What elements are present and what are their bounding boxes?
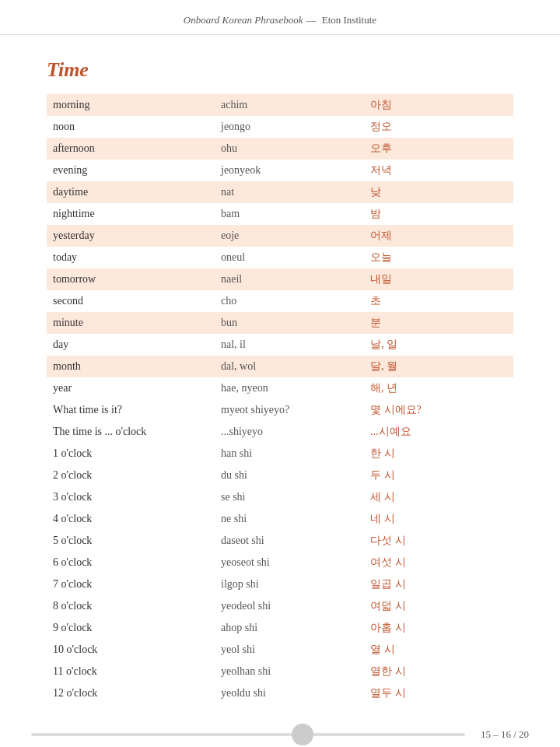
table-row: minutebun분 (47, 312, 513, 334)
korean-cell: 일곱 시 (364, 573, 513, 595)
table-row: 11 o'clockyeolhan shi열한 시 (47, 661, 513, 682)
korean-cell: 한 시 (364, 443, 513, 465)
english-cell: 10 o'clock (47, 639, 215, 661)
romanization-cell: du shi (215, 465, 364, 486)
english-cell: 5 o'clock (47, 530, 215, 552)
header-publisher: Eton Institute (322, 14, 376, 26)
english-cell: 6 o'clock (47, 552, 215, 573)
table-row: 5 o'clockdaseot shi다섯 시 (47, 530, 513, 552)
english-cell: 1 o'clock (47, 443, 215, 465)
korean-cell: 세 시 (364, 486, 513, 508)
romanization-cell: ilgop shi (215, 573, 364, 595)
korean-cell: 몇 시에요? (364, 399, 513, 421)
romanization-cell: bun (215, 312, 364, 334)
romanization-cell: ohu (215, 138, 364, 160)
phrase-table: morningachim아침noonjeongo정오afternoonohu오후… (47, 94, 513, 704)
table-row: yesterdayeoje어제 (47, 225, 513, 247)
scrollbar-thumb[interactable] (292, 724, 313, 745)
romanization-cell: ...shiyeyo (215, 421, 364, 443)
romanization-cell: daseot shi (215, 530, 364, 552)
korean-cell: ...시예요 (364, 421, 513, 443)
korean-cell: 날, 일 (364, 334, 513, 356)
korean-cell: 오늘 (364, 247, 513, 268)
page-number: 15 – 16 / 20 (481, 728, 529, 741)
korean-cell: 열두 시 (364, 682, 513, 704)
english-cell: afternoon (47, 138, 215, 160)
table-row: morningachim아침 (47, 94, 513, 116)
romanization-cell: jeonyeok (215, 160, 364, 181)
main-content: Time morningachim아침noonjeongo정오afternoon… (0, 35, 560, 720)
table-row: yearhae, nyeon해, 년 (47, 377, 513, 399)
table-row: tomorrownaeil내일 (47, 268, 513, 290)
korean-cell: 오후 (364, 138, 513, 160)
english-cell: 12 o'clock (47, 682, 215, 704)
romanization-cell: yeol shi (215, 639, 364, 661)
table-row: 1 o'clockhan shi한 시 (47, 443, 513, 465)
english-cell: year (47, 377, 215, 399)
english-cell: 4 o'clock (47, 508, 215, 530)
english-cell: The time is ... o'clock (47, 421, 215, 443)
english-cell: second (47, 290, 215, 312)
header: Onboard Korean Phrasebook— Eton Institut… (0, 0, 560, 35)
korean-cell: 초 (364, 290, 513, 312)
romanization-cell: oneul (215, 247, 364, 268)
table-row: afternoonohu오후 (47, 138, 513, 160)
korean-cell: 달, 월 (364, 356, 513, 377)
romanization-cell: yeodeol shi (215, 595, 364, 617)
korean-cell: 분 (364, 312, 513, 334)
header-separator: — (306, 14, 316, 26)
romanization-cell: naeil (215, 268, 364, 290)
english-cell: 7 o'clock (47, 573, 215, 595)
table-row: daytimenat낮 (47, 181, 513, 203)
table-row: What time is it?myeot shiyeyo?몇 시에요? (47, 399, 513, 421)
table-row: 12 o'clockyeoldu shi열두 시 (47, 682, 513, 704)
korean-cell: 해, 년 (364, 377, 513, 399)
romanization-cell: yeolhan shi (215, 661, 364, 682)
korean-cell: 열한 시 (364, 661, 513, 682)
korean-cell: 아홉 시 (364, 617, 513, 639)
romanization-cell: cho (215, 290, 364, 312)
table-row: 7 o'clockilgop shi일곱 시 (47, 573, 513, 595)
korean-cell: 여덟 시 (364, 595, 513, 617)
english-cell: yesterday (47, 225, 215, 247)
english-cell: 11 o'clock (47, 661, 215, 682)
table-row: noonjeongo정오 (47, 116, 513, 138)
header-title: Onboard Korean Phrasebook (184, 14, 303, 26)
korean-cell: 어제 (364, 225, 513, 247)
romanization-cell: han shi (215, 443, 364, 465)
table-row: 6 o'clockyeoseot shi여섯 시 (47, 552, 513, 573)
section-title: Time (47, 58, 513, 82)
table-row: 9 o'clockahop shi아홉 시 (47, 617, 513, 639)
romanization-cell: yeoseot shi (215, 552, 364, 573)
table-row: monthdal, wol달, 월 (47, 356, 513, 377)
english-cell: 2 o'clock (47, 465, 215, 486)
romanization-cell: nat (215, 181, 364, 203)
korean-cell: 아침 (364, 94, 513, 116)
table-row: eveningjeonyeok저녁 (47, 160, 513, 181)
table-row: 3 o'clockse shi세 시 (47, 486, 513, 508)
english-cell: minute (47, 312, 215, 334)
romanization-cell: ne shi (215, 508, 364, 530)
english-cell: 3 o'clock (47, 486, 215, 508)
korean-cell: 내일 (364, 268, 513, 290)
english-cell: tomorrow (47, 268, 215, 290)
romanization-cell: eoje (215, 225, 364, 247)
romanization-cell: ahop shi (215, 617, 364, 639)
english-cell: daytime (47, 181, 215, 203)
scrollbar-track[interactable] (31, 733, 465, 736)
table-row: The time is ... o'clock...shiyeyo...시예요 (47, 421, 513, 443)
korean-cell: 열 시 (364, 639, 513, 661)
english-cell: nighttime (47, 203, 215, 225)
table-row: 4 o'clockne shi네 시 (47, 508, 513, 530)
english-cell: month (47, 356, 215, 377)
romanization-cell: se shi (215, 486, 364, 508)
korean-cell: 낮 (364, 181, 513, 203)
table-row: daynal, il날, 일 (47, 334, 513, 356)
korean-cell: 두 시 (364, 465, 513, 486)
romanization-cell: nal, il (215, 334, 364, 356)
english-cell: evening (47, 160, 215, 181)
romanization-cell: dal, wol (215, 356, 364, 377)
english-cell: morning (47, 94, 215, 116)
romanization-cell: achim (215, 94, 364, 116)
english-cell: today (47, 247, 215, 268)
